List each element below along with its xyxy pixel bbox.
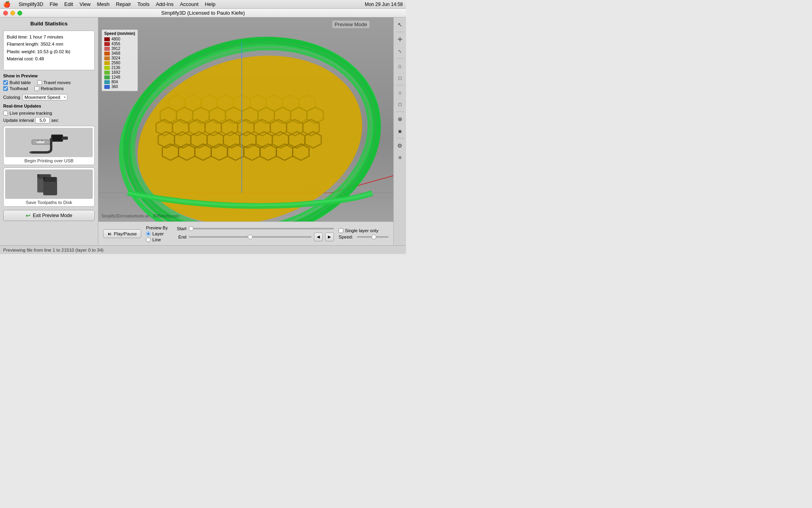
menu-mesh[interactable]: Mesh bbox=[94, 1, 113, 7]
sd-save-button[interactable]: Save Toolpaths to Disk bbox=[3, 167, 95, 207]
menu-addins[interactable]: Add-Ins bbox=[153, 1, 177, 7]
viewport-container: Speed (mm/min) 4800 4356 3912 3468 bbox=[98, 17, 393, 245]
select-tool-button[interactable]: ↖ bbox=[395, 19, 406, 30]
single-layer-checkbox[interactable] bbox=[339, 228, 343, 233]
speed-slider[interactable] bbox=[357, 236, 389, 238]
toolhead-checkbox-item[interactable]: Toolhead bbox=[3, 86, 28, 91]
checkbox-row-1: Build table Travel moves bbox=[3, 80, 95, 85]
build-statistics-title: Build Statistics bbox=[3, 21, 95, 27]
menubar-right: Mon 29 Jun 14:58 bbox=[365, 2, 403, 7]
toolbar-separator-5 bbox=[396, 138, 404, 139]
toolhead-checkbox[interactable] bbox=[3, 86, 8, 91]
speed-legend-title: Speed (mm/min) bbox=[104, 31, 135, 36]
show-in-preview-label: Show in Preview bbox=[3, 73, 95, 78]
view-iso-button[interactable]: ◇ bbox=[395, 87, 406, 98]
start-slider[interactable] bbox=[189, 228, 334, 229]
legend-color-4800 bbox=[104, 37, 110, 41]
live-tracking-checkbox-item[interactable]: Live preview tracking bbox=[3, 111, 95, 115]
layer-radio[interactable] bbox=[146, 231, 151, 236]
legend-color-360 bbox=[104, 85, 110, 89]
play-pause-icon: ⏯ bbox=[107, 231, 112, 236]
menu-edit[interactable]: Edit bbox=[61, 1, 76, 7]
svg-rect-21 bbox=[50, 177, 52, 182]
svg-rect-20 bbox=[48, 177, 50, 182]
legend-value-360: 360 bbox=[111, 85, 118, 89]
coloring-select[interactable]: Movement Speed Feature Type Print Speed bbox=[23, 94, 67, 100]
menu-simplify3d[interactable]: Simplify3D bbox=[15, 1, 46, 7]
preview-by-section: Preview By Layer Line bbox=[146, 225, 168, 242]
speed-slider-row: Speed: bbox=[339, 235, 389, 239]
next-frame-button[interactable]: ▶ bbox=[325, 233, 334, 241]
legend-color-804 bbox=[104, 80, 110, 84]
legend-color-1248 bbox=[104, 75, 110, 79]
sd-label: Save Toolpaths to Disk bbox=[5, 200, 93, 205]
svg-rect-1 bbox=[52, 136, 62, 140]
status-text: Previewing file from line 1 to 21510 (la… bbox=[3, 248, 103, 252]
legend-color-1692 bbox=[104, 71, 110, 75]
line-radio-item[interactable]: Line bbox=[146, 237, 168, 242]
menu-repair[interactable]: Repair bbox=[113, 1, 134, 7]
show-in-preview-section: Show in Preview Build table Travel moves… bbox=[3, 73, 95, 91]
scale-icon: ⤡ bbox=[398, 49, 402, 54]
view-3d-button[interactable]: ▣ bbox=[395, 125, 406, 137]
view-front-button[interactable]: ▢ bbox=[395, 72, 406, 83]
travel-moves-checkbox[interactable] bbox=[37, 80, 42, 85]
preview-by-label: Preview By bbox=[146, 225, 168, 230]
front-view-icon: ▢ bbox=[398, 76, 402, 80]
statusbar: Previewing file from line 1 to 21510 (la… bbox=[0, 245, 406, 254]
viewport[interactable]: Speed (mm/min) 4800 4356 3912 3468 bbox=[98, 17, 393, 221]
view-home-button[interactable]: ⌂ bbox=[395, 60, 406, 71]
toolbar-separator-3 bbox=[396, 85, 404, 85]
legend-4800: 4800 bbox=[104, 37, 135, 41]
speed-legend: Speed (mm/min) 4800 4356 3912 3468 bbox=[102, 29, 138, 91]
build-table-checkbox[interactable] bbox=[3, 80, 8, 85]
filament-length: Filament length: 3502.4 mm bbox=[7, 40, 91, 48]
travel-moves-checkbox-item[interactable]: Travel moves bbox=[37, 80, 71, 85]
build-time: Build time: 1 hour 7 minutes bbox=[7, 33, 91, 40]
legend-1248: 1248 bbox=[104, 75, 135, 79]
end-slider[interactable] bbox=[189, 236, 312, 238]
home-icon: ⌂ bbox=[398, 63, 401, 69]
menu-file[interactable]: File bbox=[46, 1, 61, 7]
layer-radio-item[interactable]: Layer bbox=[146, 231, 168, 236]
move-tool-button[interactable]: ✛ bbox=[395, 34, 406, 45]
live-tracking-checkbox[interactable] bbox=[3, 111, 8, 115]
axes-button[interactable]: ⊕ bbox=[395, 114, 406, 125]
menu-account[interactable]: Account bbox=[177, 1, 202, 7]
svg-rect-23 bbox=[54, 177, 56, 182]
view-cube-button[interactable]: ⬡ bbox=[395, 99, 406, 110]
exit-preview-mode-button[interactable]: ↩ Exit Preview Mode bbox=[3, 210, 95, 221]
scale-tool-button[interactable]: ⤡ bbox=[395, 46, 406, 57]
legend-value-1248: 1248 bbox=[111, 75, 120, 79]
settings-button[interactable]: ⚙ bbox=[395, 140, 406, 151]
svg-rect-22 bbox=[52, 177, 54, 182]
build-table-checkbox-item[interactable]: Build table bbox=[3, 80, 31, 85]
traffic-lights bbox=[3, 11, 22, 15]
layers-button[interactable]: ≡ bbox=[395, 152, 406, 163]
svg-rect-18 bbox=[44, 177, 46, 182]
3d-scene-svg bbox=[98, 17, 393, 221]
apple-menu[interactable]: 🍎 bbox=[3, 1, 11, 8]
legend-3468: 3468 bbox=[104, 51, 135, 56]
legend-360: 360 bbox=[104, 85, 135, 89]
menu-help[interactable]: Help bbox=[202, 1, 219, 7]
main-layout: Build Statistics Build time: 1 hour 7 mi… bbox=[0, 17, 406, 245]
retractions-checkbox[interactable] bbox=[34, 86, 39, 91]
usb-print-button[interactable]: Begin Printing over USB bbox=[3, 126, 95, 165]
play-pause-button[interactable]: ⏯ Play/Pause bbox=[103, 229, 141, 238]
coloring-select-wrapper[interactable]: Movement Speed Feature Type Print Speed bbox=[23, 94, 67, 100]
legend-value-1692: 1692 bbox=[111, 70, 120, 75]
update-interval-input[interactable] bbox=[35, 117, 50, 123]
menu-tools[interactable]: Tools bbox=[134, 1, 153, 7]
minimize-button[interactable] bbox=[10, 11, 15, 15]
build-table-label: Build table bbox=[10, 80, 31, 85]
menu-view[interactable]: View bbox=[76, 1, 94, 7]
maximize-button[interactable] bbox=[17, 11, 22, 15]
material-cost: Material cost: 0.48 bbox=[7, 55, 91, 62]
prev-frame-button[interactable]: ◀ bbox=[314, 233, 323, 241]
toolbar-separator-2 bbox=[396, 58, 404, 59]
close-button[interactable] bbox=[3, 11, 8, 15]
line-radio[interactable] bbox=[146, 237, 151, 242]
retractions-checkbox-item[interactable]: Retractions bbox=[34, 86, 64, 91]
3d-icon: ▣ bbox=[398, 129, 402, 133]
